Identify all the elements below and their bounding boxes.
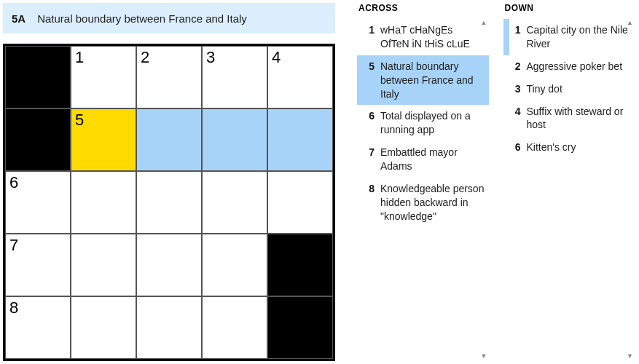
- cell-number: 2: [141, 48, 149, 67]
- clue-item[interactable]: 2Aggressive poker bet: [503, 55, 635, 78]
- grid-cell[interactable]: [202, 296, 267, 359]
- clue-text: Suffix with steward or host: [527, 105, 631, 132]
- clue-number: 6: [363, 109, 380, 137]
- current-clue-bar: 5A Natural boundary between France and I…: [3, 3, 335, 33]
- down-heading: DOWN: [503, 3, 635, 13]
- grid-cell[interactable]: [136, 171, 202, 234]
- clue-text: Knowledgeable person hidden backward in …: [380, 182, 485, 223]
- clue-item[interactable]: 8Knowledgeable person hidden backward in…: [357, 178, 489, 228]
- grid-cell[interactable]: 5: [71, 108, 136, 171]
- grid-cell[interactable]: 1: [71, 46, 136, 108]
- clue-number: 4: [509, 105, 527, 132]
- grid-cell: [5, 108, 71, 171]
- clue-number: 1: [509, 23, 527, 51]
- grid-cell[interactable]: [136, 234, 202, 296]
- cell-number: 7: [9, 236, 18, 255]
- grid-cell: [267, 234, 333, 296]
- clue-text: Tiny dot: [527, 82, 562, 96]
- clue-item[interactable]: 1Capital city on the Nile River: [503, 19, 635, 55]
- clue-item[interactable]: 6Kitten's cry: [503, 136, 635, 159]
- current-clue-label: 5A: [12, 12, 26, 25]
- cell-number: 3: [206, 48, 215, 67]
- grid-cell[interactable]: [267, 108, 333, 171]
- clue-item[interactable]: 3Tiny dot: [503, 78, 635, 100]
- clue-text: wHaT cHaNgEs OfTeN iN tHiS cLuE: [380, 23, 485, 51]
- clue-number: 3: [509, 82, 527, 96]
- clue-number: 8: [363, 182, 380, 223]
- grid-cell[interactable]: [136, 108, 202, 171]
- scroll-down-icon: ▼: [627, 352, 633, 360]
- grid-cell[interactable]: [202, 171, 267, 234]
- grid-cell[interactable]: 7: [5, 234, 71, 296]
- grid-cell[interactable]: 6: [5, 171, 71, 234]
- current-clue-text: Natural boundary between France and Ital…: [37, 12, 247, 25]
- clue-number: 5: [363, 60, 380, 101]
- crossword-grid[interactable]: 12345678: [3, 44, 335, 361]
- clue-item[interactable]: 7Embattled mayor Adams: [357, 141, 489, 178]
- grid-cell: [267, 296, 333, 359]
- clue-text: Embattled mayor Adams: [380, 146, 485, 173]
- across-clue-list[interactable]: 1wHaT cHaNgEs OfTeN iN tHiS cLuE5Natural…: [357, 19, 489, 350]
- clue-item[interactable]: 5Natural boundary between France and Ita…: [357, 55, 489, 106]
- clue-number: 1: [363, 23, 380, 51]
- cell-number: 6: [9, 173, 18, 192]
- clue-number: 6: [509, 141, 527, 154]
- clue-text: Aggressive poker bet: [527, 60, 623, 74]
- clue-number: 2: [509, 60, 527, 74]
- down-clue-list[interactable]: 1Capital city on the Nile River2Aggressi…: [503, 19, 635, 350]
- grid-cell[interactable]: [202, 234, 267, 296]
- clue-text: Natural boundary between France and Ital…: [380, 60, 485, 101]
- grid-cell[interactable]: [71, 296, 136, 359]
- across-heading: ACROSS: [357, 3, 489, 13]
- grid-cell[interactable]: [202, 108, 267, 171]
- clue-text: Capital city on the Nile River: [527, 23, 631, 51]
- grid-cell[interactable]: [71, 171, 136, 234]
- cell-number: 5: [75, 111, 84, 130]
- grid-cell[interactable]: [267, 171, 333, 234]
- grid-cell[interactable]: [71, 234, 136, 296]
- clue-item[interactable]: 6Total displayed on a running app: [357, 105, 489, 141]
- grid-cell[interactable]: 8: [5, 296, 71, 359]
- clue-text: Kitten's cry: [527, 141, 576, 154]
- clue-number: 7: [363, 146, 380, 173]
- down-column: DOWN 1Capital city on the Nile River2Agg…: [503, 3, 635, 364]
- scroll-up-icon: ▲: [481, 19, 487, 26]
- cell-number: 4: [272, 48, 281, 67]
- clue-text: Total displayed on a running app: [380, 109, 485, 137]
- scroll-down-icon: ▼: [481, 352, 487, 360]
- across-column: ACROSS 1wHaT cHaNgEs OfTeN iN tHiS cLuE5…: [357, 3, 489, 364]
- grid-cell[interactable]: 2: [136, 46, 202, 108]
- grid-cell[interactable]: [136, 296, 202, 359]
- grid-cell[interactable]: 3: [202, 46, 267, 108]
- clue-item[interactable]: 1wHaT cHaNgEs OfTeN iN tHiS cLuE: [357, 19, 489, 55]
- grid-cell: [5, 46, 71, 108]
- cell-number: 1: [75, 48, 84, 67]
- clue-item[interactable]: 4Suffix with steward or host: [503, 100, 635, 137]
- cell-number: 8: [9, 298, 18, 317]
- grid-cell[interactable]: 4: [267, 46, 333, 108]
- scroll-up-icon: ▲: [627, 19, 633, 26]
